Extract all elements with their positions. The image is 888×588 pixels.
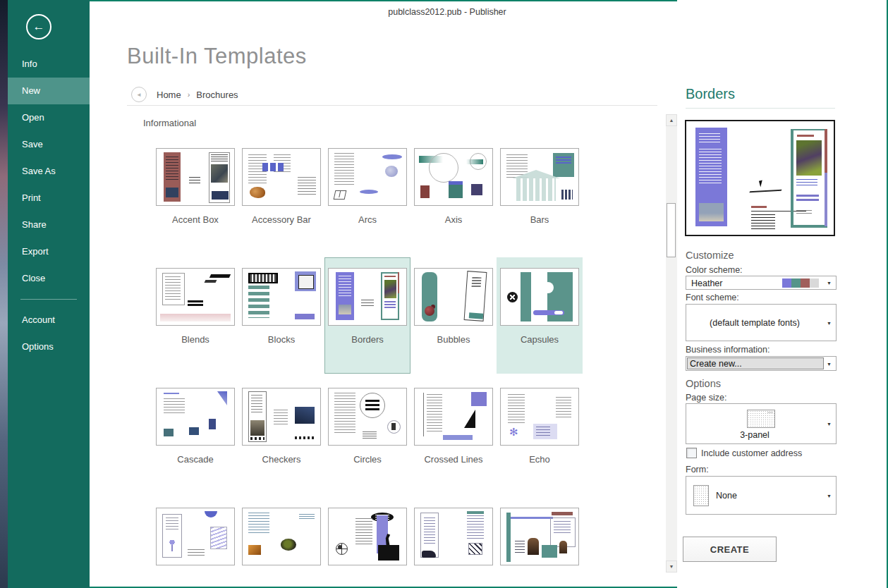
scroll-up-icon[interactable]: ▲ — [666, 114, 677, 126]
breadcrumb-divider — [127, 105, 657, 106]
thumbnail-art-shape — [209, 274, 231, 278]
thumbnail-art-shape — [469, 312, 484, 319]
sidebar-item-new[interactable]: New — [8, 78, 90, 104]
template-r4d[interactable] — [410, 497, 497, 588]
thumbnail-art-shape — [449, 181, 463, 198]
publisher-backstage-window: publclass2012.pub - Publisher ? – □ ✕ Ma… — [0, 0, 888, 588]
template-bubbles[interactable]: Bubbles — [410, 257, 497, 374]
template-thumbnail — [500, 268, 579, 326]
thumbnail-art-shape — [188, 549, 205, 556]
template-checkers[interactable]: Checkers — [238, 377, 324, 494]
template-blends[interactable]: Blends — [152, 257, 238, 374]
template-label: Borders — [325, 334, 410, 345]
thumbnail-art-shape — [423, 393, 445, 436]
scrollbar-thumb[interactable] — [667, 203, 676, 257]
page-size-value: 3-panel — [686, 430, 823, 440]
template-detail-panel: Borders Customize Color scheme: Heather … — [677, 0, 887, 588]
thumbnail-art-shape — [188, 300, 203, 307]
sidebar-item-info[interactable]: Info — [8, 51, 90, 78]
chevron-down-icon: ▼ — [827, 320, 832, 325]
template-crossed-lines[interactable]: Crossed Lines — [410, 377, 497, 494]
template-label: Bars — [497, 214, 583, 225]
template-thumbnail — [242, 148, 321, 206]
create-button[interactable]: CREATE — [683, 537, 777, 562]
sidebar-item-share[interactable]: Share — [8, 212, 90, 238]
template-arcs[interactable]: Arcs — [324, 137, 410, 254]
template-capsules[interactable]: Capsules — [497, 257, 583, 374]
breadcrumb-home[interactable]: Home — [157, 90, 181, 100]
template-accent-box[interactable]: Accent Box — [152, 137, 238, 254]
template-cascade[interactable]: Cascade — [152, 377, 238, 494]
template-r4c[interactable] — [324, 497, 410, 588]
sidebar-divider — [20, 299, 77, 300]
sidebar-item-account[interactable]: Account — [8, 307, 90, 333]
thumbnail-art-shape — [420, 185, 430, 198]
color-scheme-dropdown[interactable]: Heather ▼ — [686, 276, 837, 290]
checkbox-icon[interactable] — [686, 448, 697, 458]
thumbnail-art-shape — [363, 431, 377, 439]
template-thumbnail — [156, 268, 235, 326]
thumbnail-art-shape — [334, 153, 354, 185]
color-swatch — [801, 278, 810, 288]
page-size-dropdown[interactable]: 3-panel ▼ — [686, 403, 837, 444]
template-thumbnail — [156, 508, 235, 565]
thumbnail-art-shape — [205, 511, 217, 517]
sidebar-item-open[interactable]: Open — [8, 104, 90, 131]
template-bars[interactable]: Bars — [497, 137, 583, 254]
form-label: Form: — [686, 465, 709, 474]
thumbnail-art-shape — [422, 272, 437, 321]
template-r4e[interactable] — [497, 497, 583, 588]
include-customer-address-checkbox[interactable]: Include customer address — [686, 448, 802, 458]
breadcrumb-back-icon[interactable]: ◄ — [131, 87, 147, 102]
template-label: Crossed Lines — [410, 454, 497, 465]
options-heading: Options — [686, 378, 721, 389]
template-blocks[interactable]: Blocks — [238, 257, 324, 374]
template-echo[interactable]: Echo — [497, 377, 583, 494]
thumbnail-art-shape — [471, 277, 481, 288]
template-circles[interactable]: Circles — [324, 377, 410, 494]
template-label: Accent Box — [152, 214, 238, 225]
business-information-dropdown[interactable]: Create new... ▼ — [686, 356, 837, 371]
template-r4a[interactable] — [152, 497, 238, 588]
template-axis[interactable]: Axis — [410, 137, 497, 254]
sidebar-item-print[interactable]: Print — [8, 185, 90, 212]
customize-heading: Customize — [686, 250, 734, 261]
template-thumbnail — [414, 268, 493, 326]
template-borders[interactable]: Borders — [324, 257, 410, 374]
template-r4b[interactable] — [238, 497, 324, 588]
sidebar-item-save[interactable]: Save — [8, 131, 90, 158]
thumbnail-art-shape — [299, 514, 315, 519]
breadcrumb-brochures[interactable]: Brochures — [196, 90, 238, 100]
sidebar-item-save-as[interactable]: Save As — [8, 158, 90, 185]
panel-title: Borders — [686, 86, 735, 102]
template-thumbnail — [328, 508, 407, 565]
sidebar-item-export[interactable]: Export — [8, 238, 90, 265]
vertical-scrollbar[interactable]: ▲ ▼ — [666, 114, 677, 572]
template-accessory-bar[interactable]: Accessory Bar — [238, 137, 324, 254]
sidebar-nav: InfoNewOpenSaveSave AsPrintShareExportCl… — [8, 51, 90, 360]
thumbnail-art-shape — [281, 539, 296, 551]
template-label: Blends — [152, 334, 238, 345]
template-thumbnail — [414, 508, 493, 565]
color-scheme-value: Heather — [691, 278, 722, 288]
preview-product-title-lines — [796, 195, 819, 202]
scroll-down-icon[interactable]: ▼ — [666, 561, 677, 572]
sidebar-item-options[interactable]: Options — [8, 333, 90, 360]
template-thumbnail — [500, 148, 579, 206]
preview-photo-beach — [699, 203, 724, 221]
template-label: Echo — [497, 454, 583, 465]
form-dropdown[interactable]: None ▼ — [686, 476, 837, 515]
thumbnail-art-shape — [384, 280, 396, 298]
back-button[interactable]: ← — [26, 14, 51, 39]
thumbnail-art-shape — [334, 190, 347, 200]
font-scheme-dropdown[interactable]: (default template fonts) ▼ — [686, 304, 837, 341]
panel-divider — [686, 108, 835, 109]
thumbnail-art-shape — [250, 187, 265, 198]
sidebar-item-close[interactable]: Close — [8, 265, 90, 292]
thumbnail-art-shape — [468, 543, 482, 555]
template-thumbnail — [500, 388, 579, 446]
thumbnail-art-shape — [378, 545, 399, 561]
template-label: Capsules — [497, 334, 583, 345]
template-label: Bubbles — [410, 334, 497, 345]
thumbnail-art-shape — [422, 551, 436, 558]
